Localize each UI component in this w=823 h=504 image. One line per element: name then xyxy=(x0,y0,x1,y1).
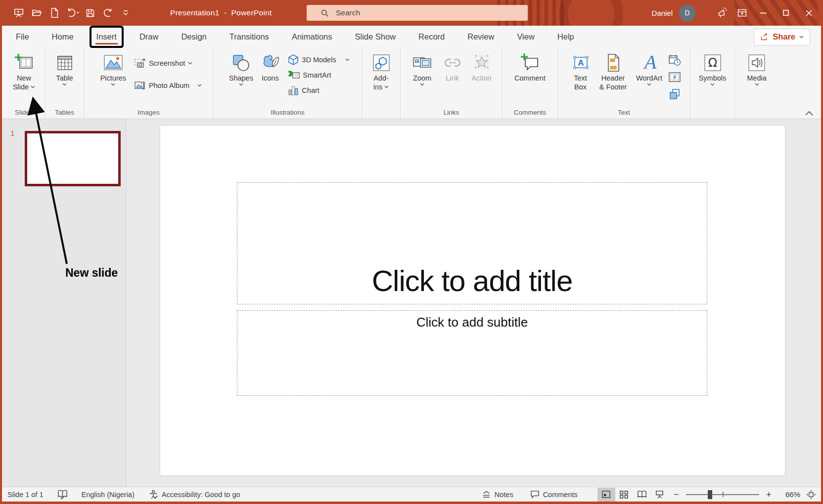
table-button[interactable]: Table xyxy=(47,51,82,86)
pictures-button[interactable]: Pictures xyxy=(95,51,131,86)
zoom-slider-center-tick xyxy=(723,492,724,497)
tab-animations[interactable]: Animations xyxy=(287,28,337,46)
window-border-left xyxy=(0,26,2,504)
view-slide-sorter-button[interactable] xyxy=(615,488,633,502)
table-icon xyxy=(55,52,74,74)
share-button[interactable]: Share xyxy=(754,29,810,45)
date-time-button[interactable] xyxy=(667,53,682,68)
tab-slide-show[interactable]: Slide Show xyxy=(350,28,401,46)
annotation-label: New slide xyxy=(65,266,118,280)
icons-icon xyxy=(260,52,280,74)
subtitle-placeholder[interactable]: Click to add subtitle xyxy=(237,310,707,396)
shapes-button[interactable]: Shapes xyxy=(226,51,256,86)
chart-button[interactable]: Chart xyxy=(288,83,349,98)
media-button[interactable]: Media xyxy=(739,51,775,86)
maximize-button[interactable] xyxy=(775,0,797,26)
user-name[interactable]: Daniel xyxy=(651,9,673,17)
zoom-in-button[interactable]: + xyxy=(761,489,777,500)
title-placeholder[interactable]: Click to add title xyxy=(237,182,707,304)
zoom-button[interactable]: Zoom xyxy=(406,51,439,86)
svg-text:A: A xyxy=(642,53,656,73)
wordart-button[interactable]: A WordArt xyxy=(632,51,667,86)
tab-review[interactable]: Review xyxy=(462,28,499,46)
slide-1-thumbnail[interactable] xyxy=(25,131,121,186)
pictures-label: Pictures xyxy=(100,74,126,83)
new-slide-button[interactable]: New Slide xyxy=(6,51,42,91)
comments-toggle[interactable]: Comments xyxy=(530,490,578,499)
view-slideshow-button[interactable] xyxy=(651,488,669,502)
chevron-down-icon xyxy=(710,83,715,86)
tab-insert[interactable]: Insert xyxy=(91,28,122,46)
tab-home[interactable]: Home xyxy=(47,28,79,46)
symbols-button[interactable]: Ω Symbols xyxy=(695,51,731,86)
chevron-down-icon xyxy=(197,84,202,87)
zoom-slider-thumb[interactable] xyxy=(708,490,712,499)
collapse-ribbon-button[interactable] xyxy=(805,111,813,116)
slideshow-app-icon[interactable] xyxy=(10,0,28,26)
chevron-down-icon xyxy=(345,58,350,61)
tab-record[interactable]: Record xyxy=(413,28,450,46)
minimize-button[interactable] xyxy=(752,0,775,26)
search-input[interactable]: Search xyxy=(307,5,528,21)
fit-slide-to-window-button[interactable] xyxy=(806,490,816,500)
tab-help[interactable]: Help xyxy=(552,28,579,46)
normal-view-icon xyxy=(601,490,611,499)
close-button[interactable] xyxy=(797,0,820,26)
zoom-out-button[interactable]: − xyxy=(669,489,684,500)
zoom-slider[interactable] xyxy=(686,494,759,495)
tab-file[interactable]: File xyxy=(11,28,34,46)
undo-icon[interactable] xyxy=(63,0,81,26)
avatar[interactable]: D xyxy=(679,5,695,21)
svg-text:Ω: Ω xyxy=(708,56,717,70)
slide-number-button[interactable]: # xyxy=(667,70,682,84)
main-content: 1 Click to add title Click to add subtit… xyxy=(2,119,821,487)
addins-button[interactable]: Add- ins xyxy=(364,51,398,91)
screenshot-icon xyxy=(134,57,146,69)
link-label: Link xyxy=(446,74,459,83)
text-box-button[interactable]: A Text Box xyxy=(566,51,595,91)
tab-view[interactable]: View xyxy=(512,28,539,46)
redo-icon[interactable] xyxy=(99,0,117,26)
wordart-label: WordArt xyxy=(636,74,662,83)
zoom-level[interactable]: 66% xyxy=(777,490,806,499)
screenshot-button[interactable]: Screenshot xyxy=(134,52,202,74)
tab-transitions[interactable]: Transitions xyxy=(225,28,274,46)
save-icon[interactable] xyxy=(81,0,99,26)
open-file-icon[interactable] xyxy=(28,0,46,26)
tab-draw[interactable]: Draw xyxy=(135,28,164,46)
view-reading-button[interactable] xyxy=(633,488,651,502)
language-indicator[interactable]: English (Nigeria) xyxy=(82,491,135,499)
comment-label: Comment xyxy=(514,74,546,83)
accessibility-checker[interactable]: Accessibility: Good to go xyxy=(148,490,240,500)
spellcheck-button[interactable] xyxy=(57,490,68,499)
photo-album-button[interactable]: Photo Album xyxy=(134,74,202,96)
coming-soon-megaphone-icon[interactable] xyxy=(712,0,732,26)
view-normal-button[interactable] xyxy=(597,488,615,502)
accessibility-icon xyxy=(148,490,158,500)
header-footer-icon xyxy=(604,52,622,74)
object-button[interactable] xyxy=(667,86,682,101)
group-label-images: Images xyxy=(84,109,213,116)
accessibility-status: Accessibility: Good to go xyxy=(162,491,240,499)
customize-qat-chevron-icon[interactable] xyxy=(117,0,135,26)
pictures-icon xyxy=(103,52,124,74)
group-label-links: Links xyxy=(401,109,502,116)
group-addins: Add- ins xyxy=(362,48,401,119)
header-footer-button[interactable]: Header & Footer xyxy=(595,51,632,91)
comment-button[interactable]: Comment xyxy=(508,51,552,83)
group-illustrations: Shapes Icons xyxy=(214,48,362,119)
3d-models-button[interactable]: 3D Models xyxy=(288,52,349,67)
group-label-slides: Slides xyxy=(3,109,45,116)
group-text: A Text Box Header & Footer xyxy=(558,48,690,119)
smartart-button[interactable]: SmartArt xyxy=(288,67,349,83)
tab-design[interactable]: Design xyxy=(176,28,211,46)
slide-1-editor[interactable]: Click to add title Click to add subtitle xyxy=(160,126,785,475)
icons-button[interactable]: Icons xyxy=(256,51,284,83)
chevron-up-icon xyxy=(805,111,813,116)
window-border-bottom xyxy=(0,502,823,504)
link-icon xyxy=(443,52,462,74)
notes-toggle[interactable]: Notes xyxy=(482,491,513,499)
new-file-icon[interactable] xyxy=(46,0,63,26)
ribbon-display-options-icon[interactable] xyxy=(732,0,752,26)
slide-indicator: Slide 1 of 1 xyxy=(7,491,44,499)
